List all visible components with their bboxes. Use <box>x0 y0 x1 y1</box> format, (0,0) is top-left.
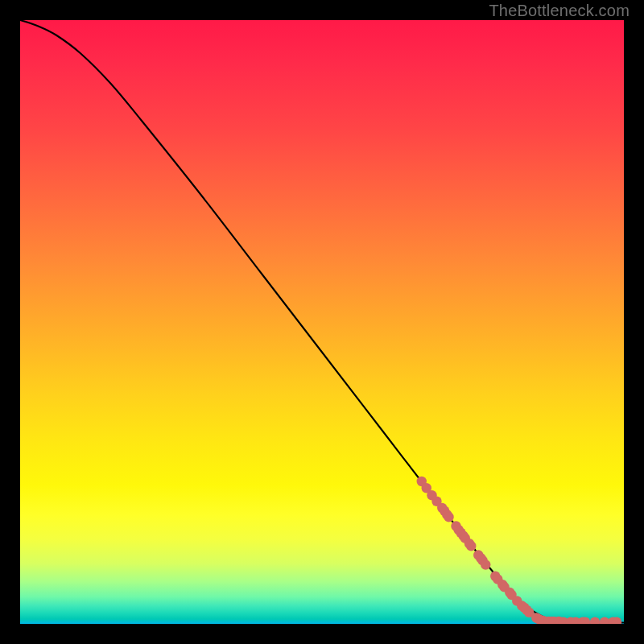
scatter-point <box>466 541 476 551</box>
scatter-point <box>481 559 490 569</box>
bottleneck-curve <box>20 20 624 623</box>
plot-area <box>20 20 624 624</box>
scatter-markers <box>417 477 622 624</box>
scatter-point <box>444 512 453 522</box>
attribution-label: TheBottleneck.com <box>489 2 630 20</box>
scatter-point <box>600 617 609 624</box>
chart-overlay <box>20 20 624 624</box>
chart-frame: TheBottleneck.com <box>0 0 644 644</box>
scatter-point <box>590 617 600 624</box>
